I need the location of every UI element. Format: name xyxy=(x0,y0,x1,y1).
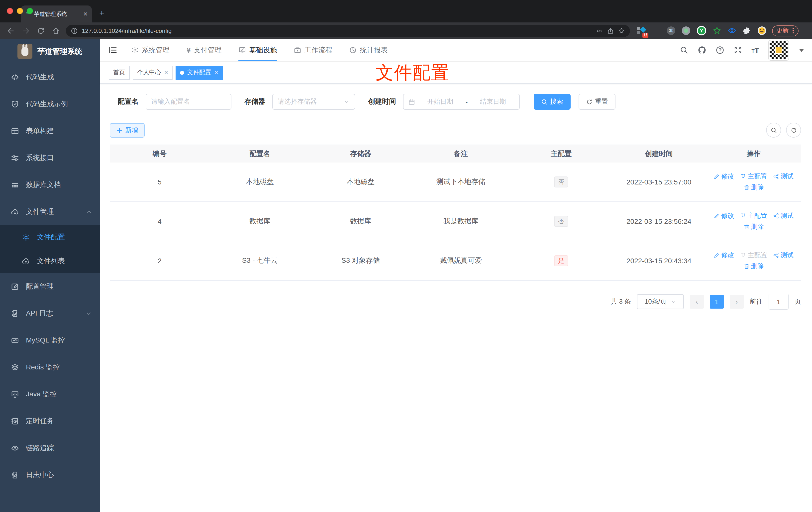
back-icon[interactable] xyxy=(7,27,15,35)
nav-item-payment[interactable]: ¥ 支付管理 xyxy=(186,39,222,61)
cell-name: S3 - 七牛云 xyxy=(209,256,310,265)
nav-item-system[interactable]: 系统管理 xyxy=(131,39,170,61)
search-button[interactable]: 搜索 xyxy=(534,94,571,110)
sidebar-item-mysql-monitor[interactable]: MySQL 监控 xyxy=(0,327,100,354)
delete-link[interactable]: 删除 xyxy=(744,222,764,231)
nav-item-infrastructure[interactable]: 基础设施 xyxy=(239,39,277,61)
github-icon[interactable] xyxy=(698,46,706,54)
sidebar-logo[interactable]: 芋道管理系统 xyxy=(0,39,100,64)
ext-eye-icon[interactable] xyxy=(728,26,736,35)
address-bar[interactable]: 127.0.0.1:1024/infra/file/file-config xyxy=(66,25,630,37)
gear-icon xyxy=(22,233,30,241)
goto-page-input[interactable] xyxy=(768,294,788,309)
browser-menu-icon[interactable] xyxy=(792,28,794,34)
test-link[interactable]: 测试 xyxy=(773,251,793,260)
sidebar-item-scheduled-jobs[interactable]: 定时任务 xyxy=(0,408,100,435)
tab-profile[interactable]: 个人中心 ✕ xyxy=(133,65,173,80)
test-link[interactable]: 测试 xyxy=(773,211,793,220)
next-page-button[interactable]: › xyxy=(730,295,744,309)
add-button[interactable]: 新增 xyxy=(110,123,145,137)
edit-link[interactable]: 修改 xyxy=(714,172,734,181)
ext-command-icon[interactable]: ⌘ xyxy=(667,26,675,35)
sidebar-item-redis-monitor[interactable]: Redis 监控 xyxy=(0,354,100,381)
url-text[interactable]: 127.0.0.1:1024/infra/file/file-config xyxy=(82,27,592,34)
edit-link[interactable]: 修改 xyxy=(714,251,734,260)
ext-y-icon[interactable]: Y xyxy=(697,26,706,35)
test-link[interactable]: 测试 xyxy=(773,172,793,181)
cell-remark: 测试下本地存储 xyxy=(411,178,511,186)
monitor-icon xyxy=(11,390,19,398)
ext-star-icon[interactable] xyxy=(713,26,721,35)
sidebar-item-system-api[interactable]: 系统接口 xyxy=(0,145,100,172)
primary-badge: 否 xyxy=(554,177,568,187)
maximize-window-button[interactable] xyxy=(27,8,33,14)
sidebar-item-code-demo[interactable]: 代码生成示例 xyxy=(0,91,100,118)
start-date-placeholder[interactable]: 开始日期 xyxy=(419,97,462,106)
reset-button[interactable]: 重置 xyxy=(579,94,615,110)
search-icon[interactable] xyxy=(679,46,688,54)
date-range-picker[interactable]: 开始日期 - 结束日期 xyxy=(403,94,520,110)
reload-icon[interactable] xyxy=(37,27,45,35)
ext-recorder-icon[interactable] xyxy=(682,26,690,35)
browser-update-button[interactable]: 更新 xyxy=(772,25,798,36)
password-key-icon[interactable] xyxy=(596,27,603,34)
page-size-select[interactable]: 10条/页 xyxy=(637,294,684,309)
filter-bar: 配置名 请输入配置名 存储器 请选择存储器 创建时间 开始日期 - 结束日期 xyxy=(110,94,801,110)
set-primary-link-disabled[interactable]: 主配置 xyxy=(740,251,767,260)
sidebar-item-file-config[interactable]: 文件配置 xyxy=(0,225,100,249)
close-tab-icon[interactable]: ✕ xyxy=(214,70,219,75)
nav-item-statistics[interactable]: 统计报表 xyxy=(349,39,388,61)
sidebar-item-java-monitor[interactable]: Java 监控 xyxy=(0,381,100,408)
window-controls[interactable] xyxy=(7,8,33,14)
help-icon[interactable] xyxy=(716,46,724,54)
prev-page-button[interactable]: ‹ xyxy=(690,295,704,309)
set-primary-link[interactable]: 主配置 xyxy=(740,211,767,220)
home-icon[interactable] xyxy=(52,27,60,35)
toggle-search-button[interactable] xyxy=(766,123,781,138)
name-filter-input[interactable]: 请输入配置名 xyxy=(146,94,231,110)
set-primary-link[interactable]: 主配置 xyxy=(740,172,767,181)
refresh-table-button[interactable] xyxy=(786,123,801,138)
forward-icon[interactable] xyxy=(22,27,30,35)
sidebar-item-log-center[interactable]: 日志中心 xyxy=(0,462,100,488)
caret-down-icon[interactable] xyxy=(799,49,804,52)
fullscreen-icon[interactable] xyxy=(733,46,742,54)
sidebar-item-config-mgmt[interactable]: 配置管理 xyxy=(0,273,100,300)
close-tab-icon[interactable]: ✕ xyxy=(164,70,168,75)
new-tab-button[interactable]: ＋ xyxy=(98,8,106,19)
screen: 芋道管理系统 ✕ ＋ 127.0.0.1:1024/infra/file/fil… xyxy=(0,0,812,512)
sidebar-item-form-builder[interactable]: 表单构建 xyxy=(0,118,100,145)
ext-emoji-icon[interactable] xyxy=(758,26,766,35)
end-date-placeholder[interactable]: 结束日期 xyxy=(472,97,514,106)
collapse-sidebar-icon[interactable] xyxy=(109,46,117,54)
page-number-button[interactable]: 1 xyxy=(710,295,724,309)
close-tab-icon[interactable]: ✕ xyxy=(83,11,88,17)
ext-balloon-icon[interactable] xyxy=(652,26,660,35)
sidebar-item-file-list[interactable]: 文件列表 xyxy=(0,249,100,273)
delete-link[interactable]: 删除 xyxy=(744,262,764,271)
table-header-row: 编号 配置名 存储器 备注 主配置 创建时间 操作 xyxy=(110,145,801,162)
bookmark-star-icon[interactable] xyxy=(618,27,625,34)
font-size-icon[interactable]: TT xyxy=(751,46,759,54)
close-window-button[interactable] xyxy=(7,8,13,14)
minimize-window-button[interactable] xyxy=(17,8,23,14)
nav-item-workflow[interactable]: 工作流程 xyxy=(294,39,332,61)
sidebar-item-db-doc[interactable]: 数据库文档 xyxy=(0,172,100,199)
avatar[interactable] xyxy=(768,40,788,60)
sidebar-item-api-log[interactable]: API 日志 xyxy=(0,300,100,327)
sidebar-item-tracing[interactable]: 链路追踪 xyxy=(0,435,100,462)
delete-link[interactable]: 删除 xyxy=(744,183,764,192)
share-icon[interactable] xyxy=(607,27,614,34)
sidebar-item-file-mgmt[interactable]: 文件管理 xyxy=(0,199,100,225)
storage-filter-select[interactable]: 请选择存储器 xyxy=(272,94,355,110)
tab-home[interactable]: 首页 xyxy=(109,65,130,80)
cell-storage: 数据库 xyxy=(310,217,411,226)
extensions-puzzle-icon[interactable] xyxy=(743,26,751,35)
tab-file-config[interactable]: 文件配置 ✕ xyxy=(176,65,223,80)
sidebar-item-code-gen[interactable]: 代码生成 xyxy=(0,64,100,91)
cell-storage: 本地磁盘 xyxy=(310,178,411,186)
ext-dashboard-icon[interactable]: 11 xyxy=(637,26,645,35)
cell-id: 4 xyxy=(110,217,209,225)
site-info-icon[interactable] xyxy=(71,27,78,34)
edit-link[interactable]: 修改 xyxy=(714,211,734,220)
